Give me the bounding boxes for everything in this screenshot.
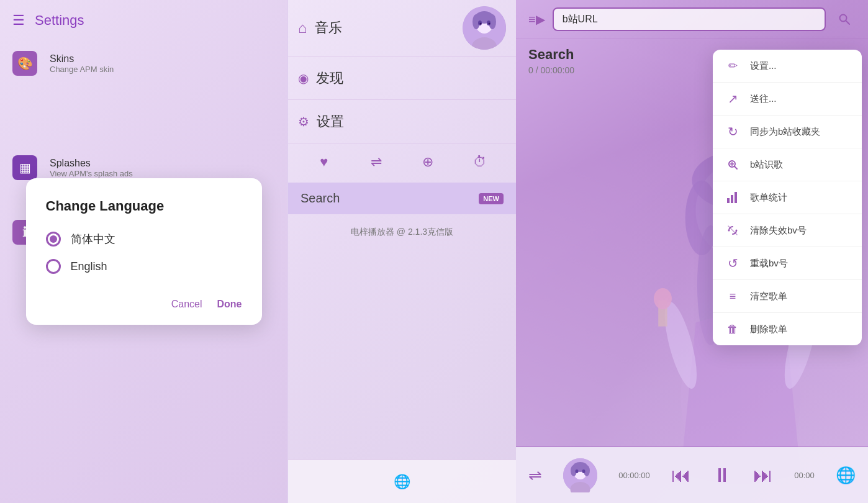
menu-item-delete-playlist[interactable]: 🗑 删除歌单 (713, 313, 862, 345)
change-language-dialog: Change Language 简体中文 English Cancel Done (26, 178, 262, 325)
svg-rect-39 (727, 198, 730, 203)
dialog-actions: Cancel Done (46, 299, 242, 310)
menu-item-settings[interactable]: ✏ 设置... (713, 50, 862, 83)
play-pause-control[interactable]: ⏸ (712, 464, 732, 487)
svg-point-9 (489, 23, 491, 25)
now-playing-title: Search (528, 47, 574, 63)
middle-panel: ⌂ 音乐 (287, 0, 516, 503)
radio-option-zh[interactable]: 简体中文 (46, 232, 242, 247)
bottom-nav: 🌐 (288, 460, 516, 503)
menu-item-stats[interactable]: 歌单统计 (713, 181, 862, 214)
settings-nav-label: 设置 (317, 112, 344, 131)
menu-delete-icon: 🗑 (725, 322, 740, 337)
menu-sync-icon: ↻ (725, 124, 740, 139)
menu-reload-label: 重载bv号 (750, 258, 788, 270)
menu-item-clear-playlist[interactable]: ≡ 清空歌单 (713, 280, 862, 313)
avatar (463, 6, 506, 50)
menu-item-send-to[interactable]: ↗ 送往... (713, 83, 862, 116)
menu-item-clear-invalid[interactable]: 清除失效bv号 (713, 214, 862, 247)
svg-rect-40 (731, 195, 733, 203)
menu-identify-label: b站识歌 (750, 159, 783, 171)
menu-item-reload-bv[interactable]: ↺ 重载bv号 (713, 247, 862, 280)
timer-btn[interactable]: ⏱ (468, 150, 492, 174)
svg-point-42 (728, 230, 730, 232)
nav-discover-row[interactable]: ◉ 发现 (288, 56, 516, 99)
left-panel: ☰ Settings 🎨 Skins Change APM skin ▦ Spl… (0, 0, 287, 503)
menu-settings-label: 设置... (750, 60, 777, 72)
menu-clear-invalid-icon (725, 223, 740, 238)
svg-point-43 (736, 230, 738, 232)
svg-point-8 (480, 23, 482, 25)
menu-settings-icon: ✏ (725, 58, 740, 73)
menu-sync-label: 同步为b站收藏夹 (750, 126, 820, 138)
menu-stats-label: 歌单统计 (750, 192, 787, 204)
add-btn[interactable]: ⊕ (415, 150, 440, 174)
cancel-button[interactable]: Cancel (171, 299, 202, 310)
player-avatar (563, 458, 597, 492)
right-panel: ≡▶ Search 0 / 00:00:00 ⋯ (516, 0, 868, 503)
search-row-label: Search (301, 191, 340, 206)
menu-clear-playlist-icon: ≡ (725, 289, 740, 304)
search-row[interactable]: Search NEW (288, 183, 516, 214)
dialog-title: Change Language (46, 198, 242, 214)
radio-label-en: English (71, 260, 107, 273)
menu-stats-icon (725, 190, 740, 205)
right-header: ≡▶ (516, 0, 868, 39)
svg-point-34 (582, 469, 585, 473)
globe-control[interactable]: 🌐 (836, 466, 856, 485)
search-icon[interactable] (833, 8, 856, 30)
menu-clear-playlist-label: 清空歌单 (750, 291, 787, 302)
context-menu: ✏ 设置... ↗ 送往... ↻ 同步为b站收藏夹 (713, 50, 862, 345)
menu-send-icon: ↗ (725, 91, 740, 106)
home-icon: ⌂ (298, 19, 307, 37)
next-control[interactable]: ⏭ (753, 464, 773, 487)
menu-item-sync[interactable]: ↻ 同步为b站收藏夹 (713, 116, 862, 148)
menu-reload-icon: ↺ (725, 256, 740, 271)
menu-item-identify[interactable]: b站识歌 (713, 148, 862, 181)
menu-send-label: 送往... (750, 93, 777, 105)
progress-text: 0 / 00:00:00 (528, 65, 574, 75)
discover-label: 发现 (316, 69, 343, 88)
playlist-icon-btn[interactable]: ≡▶ (528, 12, 545, 27)
shuffle-btn[interactable]: ⇌ (364, 150, 389, 174)
radio-circle-en (46, 259, 61, 274)
dialog-overlay: Change Language 简体中文 English Cancel Done (0, 0, 287, 503)
menu-identify-icon (725, 157, 740, 172)
version-text: 电梓播放器 @ 2.1.3克信版 (288, 217, 516, 248)
done-button[interactable]: Done (217, 299, 242, 310)
shuffle-control[interactable]: ⇌ (528, 466, 542, 485)
new-badge: NEW (479, 193, 504, 204)
globe-bottom-btn[interactable]: 🌐 (394, 474, 410, 490)
svg-line-36 (735, 166, 737, 169)
menu-delete-label: 删除歌单 (750, 324, 787, 335)
player-controls-bar: ⇌ 00:00:00 ⏮ ⏸ ⏭ 00:00 🌐 (516, 447, 868, 503)
svg-rect-41 (735, 192, 737, 203)
discover-icon: ◉ (298, 71, 309, 86)
radio-option-en[interactable]: English (46, 259, 242, 274)
time-left: 00:00:00 (618, 471, 650, 480)
bilibili-url-input[interactable] (553, 7, 826, 31)
favorite-btn[interactable]: ♥ (312, 150, 337, 174)
icon-btn-row: ♥ ⇌ ⊕ ⏱ (288, 143, 516, 180)
svg-point-33 (576, 469, 579, 473)
radio-label-zh: 简体中文 (71, 232, 115, 247)
menu-clear-invalid-label: 清除失效bv号 (750, 225, 807, 237)
nav-home-row: ⌂ 音乐 (288, 0, 516, 56)
svg-line-24 (846, 21, 850, 25)
settings-nav-icon: ⚙ (298, 114, 309, 129)
time-right: 00:00 (794, 471, 815, 480)
prev-control[interactable]: ⏮ (671, 464, 691, 487)
nav-settings-row[interactable]: ⚙ 设置 (288, 99, 516, 143)
home-label: 音乐 (315, 19, 342, 37)
radio-circle-zh (46, 232, 61, 247)
